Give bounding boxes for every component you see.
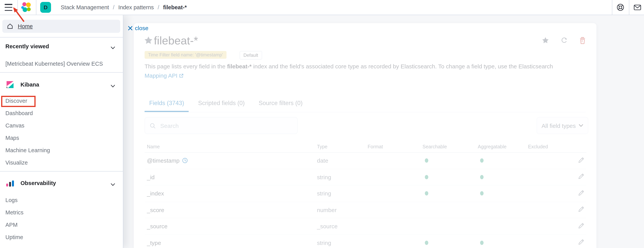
field-name: @timestamp <box>147 157 180 164</box>
table-row: _type string <box>144 235 586 248</box>
pencil-icon <box>578 190 584 196</box>
sidebar-item-canvas[interactable]: Canvas <box>6 121 24 130</box>
search-input[interactable] <box>160 122 292 129</box>
favorite-star-icon <box>144 36 153 44</box>
sidebar-item-machine-learning[interactable]: Machine Learning <box>6 146 50 155</box>
breadcrumb-index-patterns[interactable]: Index patterns <box>118 4 154 10</box>
table-row: _score number <box>144 202 586 218</box>
fields-table: Name Type Format Searchable Aggregatable… <box>144 141 586 248</box>
elastic-logo[interactable] <box>20 1 32 13</box>
menu-button[interactable] <box>4 3 14 11</box>
page-title: filebeat-* <box>154 33 198 48</box>
sidebar-item-uptime[interactable]: Uptime <box>6 233 23 242</box>
recently-viewed-collapse-button[interactable] <box>109 44 117 50</box>
hamburger-icon <box>5 4 12 5</box>
field-type-filter[interactable]: All field types <box>536 117 588 134</box>
nav-flyout: Home Recently viewed [Metricbeat Kuberne… <box>0 15 123 248</box>
overlay-dimmed-content: filebeat-* <box>134 23 596 248</box>
edit-field-button[interactable] <box>577 223 585 230</box>
pencil-icon <box>578 239 584 246</box>
tab-scripted-fields[interactable]: Scripted fields (0) <box>194 95 249 112</box>
sidebar-item-metrics[interactable]: Metrics <box>6 208 24 217</box>
close-icon <box>128 26 132 30</box>
elastic-logo-icon <box>20 1 32 13</box>
help-button[interactable] <box>616 3 626 13</box>
index-name-bold: filebeat-* <box>227 63 252 69</box>
recently-viewed-item[interactable]: [Metricbeat Kubernetes] Overview ECS <box>6 59 103 68</box>
tab-fields[interactable]: Fields (3743) <box>144 95 189 112</box>
home-icon <box>6 23 14 30</box>
pencil-icon <box>578 206 584 213</box>
searchable-dot <box>425 159 428 163</box>
aggregatable-dot <box>480 241 484 245</box>
breadcrumb-current: filebeat-* <box>163 4 187 10</box>
delete-button[interactable] <box>578 36 587 45</box>
field-search <box>144 117 298 134</box>
edit-field-button[interactable] <box>577 190 585 197</box>
mapping-api-link[interactable]: Mapping API <box>144 72 184 79</box>
sidebar-item-home[interactable]: Home <box>2 20 120 33</box>
sidebar-item-logs[interactable]: Logs <box>6 196 18 204</box>
field-type: string <box>317 190 368 197</box>
home-label: Home <box>18 23 33 29</box>
top-bar: D Stack Management / Index patterns / fi… <box>0 0 644 15</box>
sidebar-item-apm[interactable]: APM <box>6 221 18 229</box>
edit-field-button[interactable] <box>577 206 585 214</box>
field-name: _score <box>147 207 164 213</box>
divider <box>0 37 123 37</box>
refresh-button[interactable] <box>559 36 568 45</box>
breadcrumb-stack-management[interactable]: Stack Management <box>61 4 109 10</box>
external-link-icon <box>179 73 184 78</box>
refresh-icon <box>560 37 568 44</box>
breadcrumb-separator: / <box>158 4 159 10</box>
divider <box>629 0 629 15</box>
set-default-button[interactable] <box>541 36 550 45</box>
sidebar-item-visualize[interactable]: Visualize <box>6 158 28 167</box>
divider <box>36 0 36 15</box>
header-name: Name <box>144 144 317 150</box>
trash-icon <box>579 37 586 44</box>
field-type: number <box>317 207 368 213</box>
field-type: string <box>317 174 368 180</box>
kibana-app: D Stack Management / Index patterns / fi… <box>0 0 644 248</box>
search-icon <box>150 122 156 129</box>
chevron-down-icon <box>110 183 115 186</box>
pencil-icon <box>578 173 584 180</box>
tab-source-filters[interactable]: Source filters (0) <box>254 95 307 112</box>
header-aggregatable: Aggregatable <box>478 144 528 150</box>
edit-field-button[interactable] <box>577 239 585 247</box>
table-header-row: Name Type Format Searchable Aggregatable… <box>144 141 586 153</box>
chevron-down-icon <box>110 46 115 49</box>
divider <box>18 0 18 15</box>
sidebar-item-dashboard[interactable]: Dashboard <box>6 109 33 117</box>
field-table-body: @timestamp date _id string <box>144 153 586 248</box>
observability-collapse-button[interactable] <box>109 181 117 187</box>
searchable-dot <box>425 241 428 245</box>
header-excluded: Excluded <box>528 144 572 150</box>
kibana-collapse-button[interactable] <box>109 82 117 88</box>
observability-logo-icon <box>6 179 15 188</box>
pencil-icon <box>578 157 584 163</box>
tabs: Fields (3743) Scripted fields (0) Source… <box>144 95 586 112</box>
close-label: close <box>135 25 148 31</box>
field-name: _id <box>147 174 154 180</box>
sidebar-item-discover[interactable]: Discover <box>6 97 27 105</box>
sidebar-item-maps[interactable]: Maps <box>6 134 19 142</box>
table-row: @timestamp date <box>144 153 586 169</box>
divider <box>612 0 612 15</box>
breadcrumb: Stack Management / Index patterns / file… <box>61 0 187 15</box>
chevron-down-icon <box>110 85 115 88</box>
divider <box>0 171 123 172</box>
space-avatar[interactable]: D <box>40 2 51 13</box>
divider <box>0 72 123 73</box>
time-filter-clock-icon <box>182 158 188 164</box>
field-name: _type <box>147 240 161 246</box>
close-button[interactable]: close <box>128 25 148 31</box>
edit-field-button[interactable] <box>577 157 585 165</box>
field-name: _source <box>147 223 168 230</box>
badges-row: Time Filter field name: '@timestamp' Def… <box>144 51 262 59</box>
edit-field-button[interactable] <box>577 173 585 181</box>
newsfeed-button[interactable] <box>632 3 642 13</box>
aggregatable-dot <box>480 159 484 163</box>
observability-section-title: Observability <box>20 179 56 187</box>
